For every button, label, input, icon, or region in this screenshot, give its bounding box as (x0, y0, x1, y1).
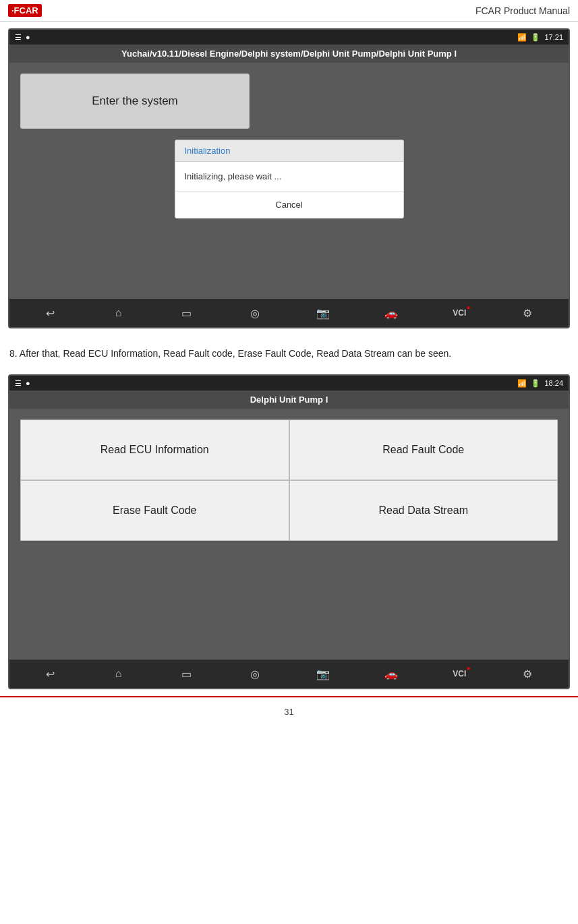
device-screen-2: ☰ ● 📶 🔋 18:24 Delphi Unit Pump I Read EC… (8, 374, 570, 689)
signal-dot-2: ● (26, 379, 30, 387)
menu-read-ecu[interactable]: Read ECU Information (20, 420, 289, 480)
dialog-header: Initialization (175, 140, 403, 162)
page-number: 31 (284, 707, 293, 717)
screen1-content: Enter the system Initialization Initiali… (9, 63, 569, 299)
menu-read-fault[interactable]: Read Fault Code (289, 420, 558, 480)
cancel-button[interactable]: Cancel (262, 197, 316, 212)
target-icon[interactable]: ◎ (243, 303, 267, 323)
battery-icon-1: 🔋 (531, 33, 540, 42)
car-icon-2[interactable]: 🚗 (379, 664, 403, 684)
fcar-logo: ·FCAR (8, 4, 42, 17)
description-text: 8. After that, Read ECU Information, Rea… (0, 335, 578, 368)
screen2-empty-area (9, 552, 569, 660)
screen2-title: Delphi Unit Pump I (9, 391, 569, 409)
status-bar-1: ☰ ● 📶 🔋 17:21 (9, 30, 569, 45)
page-footer: 31 (0, 696, 578, 726)
vci-badge: ● (467, 304, 470, 311)
status-bar-2: ☰ ● 📶 🔋 18:24 (9, 376, 569, 391)
wifi-icon-2: 📶 (517, 379, 527, 388)
menu-read-data-stream-label: Read Data Stream (378, 504, 468, 517)
menu-erase-fault-label: Erase Fault Code (113, 504, 197, 517)
target-icon-2[interactable]: ◎ (243, 664, 267, 684)
camera-icon[interactable]: 📷 (311, 303, 335, 323)
menu-read-fault-label: Read Fault Code (382, 444, 464, 456)
menu-icon-2: ☰ (15, 379, 22, 388)
camera-icon-2[interactable]: 📷 (311, 664, 335, 684)
status-bar-left-1: ☰ ● (15, 33, 30, 42)
settings-icon[interactable]: ⚙ (515, 303, 540, 323)
wifi-icon: 📶 (517, 33, 527, 42)
toolbar-1: ↩ ⌂ ▭ ◎ 📷 🚗 VCI● ⚙ (9, 299, 569, 327)
time-display-2: 18:24 (544, 379, 563, 387)
description-content: 8. After that, Read ECU Information, Rea… (9, 348, 451, 359)
logo-area: ·FCAR (8, 4, 42, 17)
back-icon-2[interactable]: ↩ (38, 664, 63, 684)
dialog-title: Initialization (185, 146, 231, 156)
status-bar-right-1: 📶 🔋 17:21 (517, 33, 563, 42)
vci-badge-2: ● (467, 665, 470, 672)
back-icon[interactable]: ↩ (38, 303, 63, 323)
device-screen-1: ☰ ● 📶 🔋 17:21 Yuchai/v10.11/Diesel Engin… (8, 28, 570, 328)
enter-system-box[interactable]: Enter the system (20, 74, 250, 129)
vci-icon-2[interactable]: VCI● (447, 664, 471, 684)
home-icon-2[interactable]: ⌂ (107, 664, 131, 684)
initialization-dialog: Initialization Initializing, please wait… (175, 140, 404, 219)
page-header: ·FCAR FCAR Product Manual (0, 0, 578, 22)
menu-grid: Read ECU Information Read Fault Code Era… (9, 409, 569, 552)
vci-icon[interactable]: VCI● (447, 303, 471, 323)
screen-icon-2[interactable]: ▭ (175, 664, 199, 684)
home-icon[interactable]: ⌂ (107, 303, 131, 323)
status-bar-right-2: 📶 🔋 18:24 (517, 379, 563, 388)
toolbar-2: ↩ ⌂ ▭ ◎ 📷 🚗 VCI● ⚙ (9, 660, 569, 688)
enter-system-label: Enter the system (92, 94, 178, 108)
screen-icon[interactable]: ▭ (175, 303, 199, 323)
car-icon[interactable]: 🚗 (379, 303, 403, 323)
signal-dot: ● (26, 33, 30, 41)
settings-icon-2[interactable]: ⚙ (515, 664, 540, 684)
time-display-1: 17:21 (544, 33, 563, 41)
dialog-body: Initializing, please wait ... (175, 162, 403, 192)
menu-read-data-stream[interactable]: Read Data Stream (289, 480, 558, 541)
menu-erase-fault[interactable]: Erase Fault Code (20, 480, 289, 541)
battery-icon-2: 🔋 (531, 379, 540, 388)
status-bar-left-2: ☰ ● (15, 379, 30, 388)
menu-read-ecu-label: Read ECU Information (100, 444, 209, 456)
dialog-message: Initializing, please wait ... (185, 171, 282, 181)
dialog-footer: Cancel (175, 192, 403, 218)
screen1-title: Yuchai/v10.11/Diesel Engine/Delphi syste… (9, 45, 569, 63)
menu-icon: ☰ (15, 33, 22, 42)
manual-title: FCAR Product Manual (475, 5, 570, 16)
